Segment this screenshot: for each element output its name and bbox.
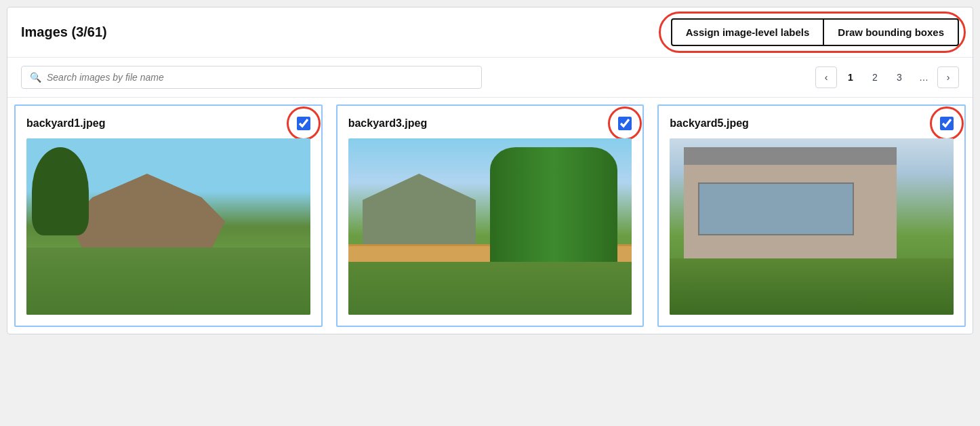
- images-grid: backyard1.jpeg backyard3.jpeg: [7, 98, 973, 334]
- assign-labels-button[interactable]: Assign image-level labels: [671, 18, 825, 46]
- page-3-button[interactable]: 3: [889, 66, 910, 88]
- backyard3-image: [348, 138, 632, 315]
- image-preview-5: [670, 138, 954, 315]
- pagination: ‹ 1 2 3 … ›: [815, 66, 959, 88]
- checkbox-wrapper-5: [940, 117, 954, 130]
- checkbox-wrapper-3: [618, 117, 632, 130]
- page-1-button[interactable]: 1: [840, 66, 861, 88]
- main-container: Images (3/61) Assign image-level labels …: [7, 7, 973, 334]
- page-title: Images (3/61): [21, 24, 107, 40]
- prev-page-button[interactable]: ‹: [815, 66, 837, 88]
- filename-5: backyard5.jpeg: [670, 117, 749, 130]
- page-ellipsis: …: [913, 66, 935, 88]
- search-bar: 🔍 ‹ 1 2 3 … ›: [7, 58, 973, 98]
- image-card-5: backyard5.jpeg: [657, 104, 966, 327]
- image-card-1: backyard1.jpeg: [14, 104, 323, 327]
- filename-3: backyard3.jpeg: [348, 117, 428, 130]
- card-header-1: backyard1.jpeg: [26, 117, 310, 130]
- card-header-3: backyard3.jpeg: [348, 117, 632, 130]
- title-text: Images: [21, 24, 68, 39]
- backyard5-image: [670, 138, 954, 315]
- next-page-button[interactable]: ›: [937, 66, 959, 88]
- trees-decoration: [490, 147, 617, 262]
- image-preview-1: [26, 138, 310, 315]
- roof-decoration: [684, 147, 897, 165]
- header-buttons: Assign image-level labels Draw bounding …: [671, 18, 959, 46]
- select-image-5-checkbox[interactable]: [940, 117, 954, 130]
- search-input[interactable]: [47, 72, 473, 83]
- image-preview-3: [348, 138, 632, 315]
- image-card-3: backyard3.jpeg: [336, 104, 645, 327]
- page-2-button[interactable]: 2: [864, 66, 886, 88]
- header: Images (3/61) Assign image-level labels …: [7, 7, 973, 58]
- tree-decoration: [32, 147, 89, 235]
- backyard1-image: [26, 138, 310, 315]
- checkbox-wrapper-1: [297, 117, 310, 130]
- select-image-3-checkbox[interactable]: [618, 117, 632, 130]
- title-count: (3/61): [72, 24, 107, 39]
- windows-decoration: [698, 182, 854, 235]
- filename-1: backyard1.jpeg: [26, 117, 106, 130]
- select-image-1-checkbox[interactable]: [297, 117, 310, 130]
- search-wrapper: 🔍: [21, 66, 482, 89]
- draw-bounding-boxes-button[interactable]: Draw bounding boxes: [824, 18, 959, 46]
- card-header-5: backyard5.jpeg: [670, 117, 954, 130]
- search-icon: 🔍: [30, 72, 41, 83]
